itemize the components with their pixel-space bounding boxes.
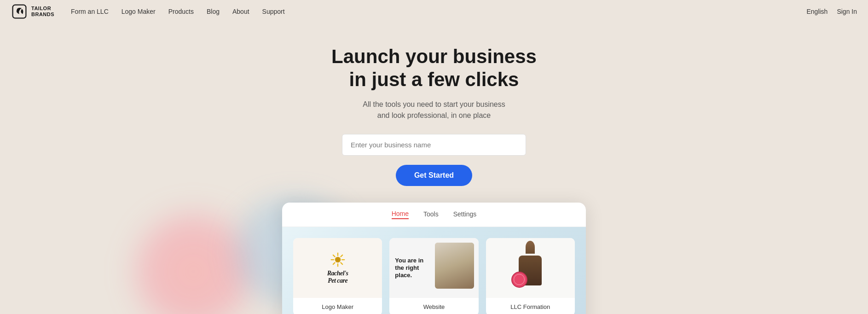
tab-home[interactable]: Home [392,210,409,219]
logo-maker-card[interactable]: Rachel'sPet care Logo Maker [293,238,382,314]
navbar-right: English Sign In [806,8,857,15]
dashboard-tabs: Home Tools Settings [282,203,586,227]
nav-products[interactable]: Products [168,8,194,15]
tab-settings[interactable]: Settings [453,210,477,219]
llc-formation-label: LLC Formation [486,298,575,314]
svg-rect-0 [13,5,26,18]
tab-tools[interactable]: Tools [423,210,439,219]
hero-title: Launch your business in just a few click… [331,45,537,92]
tailor-brands-icon [11,3,28,20]
hero-section: Launch your business in just a few click… [0,23,868,314]
svg-line-6 [333,255,335,257]
svg-line-7 [341,263,342,265]
hero-subtitle: All the tools you need to start your bus… [363,99,505,121]
sunflower-icon [330,251,346,268]
stamp-badge [511,272,527,288]
stamp-badge-inner [514,274,525,285]
brand-name: TAILOR BRANDS [31,6,54,17]
website-card[interactable]: You are inthe rightplace. Website [389,238,478,314]
nav-form-llc[interactable]: Form an LLC [71,8,109,15]
pink-blob [129,207,258,314]
stamp-handle [526,241,535,254]
llc-formation-card[interactable]: LLC Formation [486,238,575,314]
brand-logo[interactable]: TAILOR BRANDS [11,3,54,20]
business-name-input[interactable] [342,134,526,156]
website-headline-text: You are inthe rightplace. [395,257,423,279]
svg-line-9 [333,263,335,265]
svg-line-8 [341,255,342,257]
navbar: TAILOR BRANDS Form an LLC Logo Maker Pro… [0,0,868,23]
search-container [342,134,526,156]
nav-support[interactable]: Support [262,8,285,15]
sign-in-link[interactable]: Sign In [837,8,857,15]
dashboard-content: Rachel'sPet care Logo Maker You are inth… [282,227,586,314]
nav-blog[interactable]: Blog [207,8,220,15]
nav-about[interactable]: About [232,8,249,15]
website-label: Website [389,298,478,314]
logo-maker-label: Logo Maker [293,298,382,314]
logo-maker-image: Rachel'sPet care [293,238,382,298]
get-started-button[interactable]: Get Started [396,165,472,186]
llc-image [486,238,575,298]
language-selector[interactable]: English [806,8,827,15]
svg-point-10 [336,258,340,262]
nav-logo-maker[interactable]: Logo Maker [122,8,156,15]
logo-brand-text: Rachel'sPet care [327,270,348,284]
dashboard-preview: Home Tools Settings [282,203,586,314]
nav-links: Form an LLC Logo Maker Products Blog Abo… [71,8,285,15]
website-image: You are inthe rightplace. [389,238,478,298]
